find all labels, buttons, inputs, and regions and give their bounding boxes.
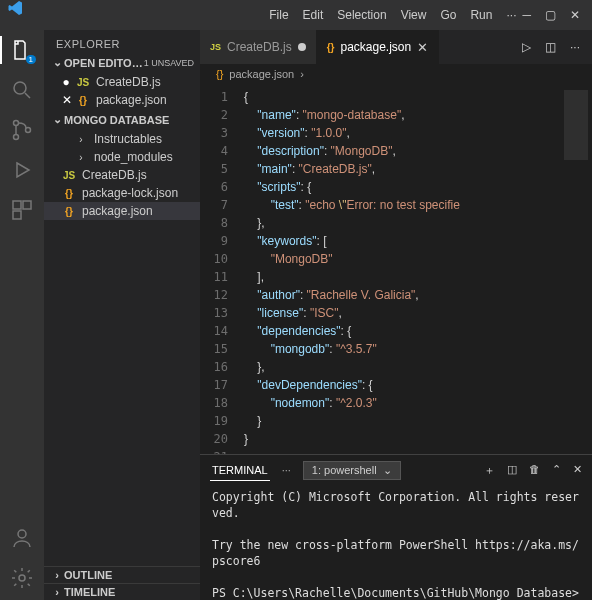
extensions-icon[interactable] xyxy=(10,198,34,222)
close-tab-icon[interactable]: ✕ xyxy=(417,40,428,55)
new-terminal-icon[interactable]: ＋ xyxy=(484,463,495,478)
tab-label: CreateDB.js xyxy=(227,40,292,54)
chevron-right-icon: › xyxy=(50,569,64,581)
split-terminal-icon[interactable]: ◫ xyxy=(507,463,517,478)
chevron-down-icon: ⌄ xyxy=(383,464,392,477)
chevron-right-icon: › xyxy=(50,586,64,598)
svg-rect-5 xyxy=(23,201,31,209)
file-tree-item[interactable]: ›node_modules xyxy=(44,148,200,166)
svg-point-2 xyxy=(14,135,19,140)
explorer-icon[interactable]: 1 xyxy=(10,38,34,62)
tab-label: package.json xyxy=(341,40,412,54)
search-icon[interactable] xyxy=(10,78,34,102)
maximize-panel-icon[interactable]: ⌃ xyxy=(552,463,561,478)
chevron-down-icon: ⌄ xyxy=(50,56,64,69)
json-file-icon: {} xyxy=(327,42,335,53)
run-debug-icon[interactable] xyxy=(10,158,34,182)
tab-actions: ▷ ◫ ··· xyxy=(510,30,592,64)
json-file-icon: {} xyxy=(62,186,76,200)
run-icon[interactable]: ▷ xyxy=(522,40,531,54)
more-icon[interactable]: ··· xyxy=(570,40,580,54)
explorer-sidebar: EXPLORER ⌄ OPEN EDITO… 1 UNSAVED ●JSCrea… xyxy=(44,30,200,600)
editor-tab[interactable]: {}package.json✕ xyxy=(317,30,440,64)
svg-point-8 xyxy=(19,575,25,581)
code-content[interactable]: { "name": "mongo-database", "version": "… xyxy=(236,84,560,454)
svg-point-0 xyxy=(14,82,26,94)
editor-tabs: JSCreateDB.js{}package.json✕ ▷ ◫ ··· xyxy=(200,30,592,64)
split-editor-icon[interactable]: ◫ xyxy=(545,40,556,54)
js-file-icon: JS xyxy=(62,168,76,182)
chevron-right-icon: › xyxy=(74,132,88,146)
menu-···[interactable]: ··· xyxy=(500,4,522,26)
chevron-down-icon: ⌄ xyxy=(50,113,64,126)
terminal-selector[interactable]: 1: powershell⌄ xyxy=(303,461,401,480)
svg-point-3 xyxy=(26,128,31,133)
outline-header[interactable]: ›OUTLINE xyxy=(44,566,200,583)
dirty-dot-icon[interactable]: ● xyxy=(62,75,70,89)
json-file-icon: {} xyxy=(76,93,90,107)
terminal-tab[interactable]: TERMINAL xyxy=(210,460,270,481)
chevron-right-icon: › xyxy=(74,150,88,164)
js-file-icon: JS xyxy=(210,42,221,52)
title-bar: FileEditSelectionViewGoRun··· package.js… xyxy=(0,0,592,30)
dirty-dot-icon xyxy=(298,43,306,51)
breadcrumb-file: package.json xyxy=(229,68,294,80)
file-label: node_modules xyxy=(94,150,173,164)
svg-rect-6 xyxy=(13,211,21,219)
line-gutter: 123456789101112131415161718192021 xyxy=(200,84,236,454)
activity-bar: 1 xyxy=(0,30,44,600)
svg-rect-4 xyxy=(13,201,21,209)
open-editor-item[interactable]: ✕{}package.json xyxy=(44,91,200,109)
close-window-button[interactable]: ✕ xyxy=(570,8,580,22)
file-tree-item[interactable]: {}package-lock.json xyxy=(44,184,200,202)
file-tree-item[interactable]: {}package.json xyxy=(44,202,200,220)
close-panel-icon[interactable]: ✕ xyxy=(573,463,582,478)
svg-point-1 xyxy=(14,121,19,126)
file-tree-item[interactable]: JSCreateDB.js xyxy=(44,166,200,184)
open-editor-item[interactable]: ●JSCreateDB.js xyxy=(44,73,200,91)
file-tree-item[interactable]: ›Instructables xyxy=(44,130,200,148)
file-label: CreateDB.js xyxy=(96,75,161,89)
menu-run[interactable]: Run xyxy=(464,4,498,26)
maximize-button[interactable]: ▢ xyxy=(545,8,556,22)
accounts-icon[interactable] xyxy=(10,526,34,550)
menu-view[interactable]: View xyxy=(395,4,433,26)
menu-selection[interactable]: Selection xyxy=(331,4,392,26)
file-label: package-lock.json xyxy=(82,186,178,200)
close-icon[interactable]: ✕ xyxy=(62,93,70,107)
window-controls: ─ ▢ ✕ xyxy=(522,8,584,22)
minimize-button[interactable]: ─ xyxy=(522,8,531,22)
json-icon: {} xyxy=(216,68,223,80)
svg-point-7 xyxy=(18,530,26,538)
js-file-icon: JS xyxy=(76,75,90,89)
project-header[interactable]: ⌄ MONGO DATABASE xyxy=(44,111,200,128)
chevron-right-icon: › xyxy=(300,68,304,80)
terminal-panel: TERMINAL ··· 1: powershell⌄ ＋ ◫ 🗑 ⌃ ✕ Co… xyxy=(200,454,592,600)
file-label: CreateDB.js xyxy=(82,168,147,182)
breadcrumb[interactable]: {} package.json › xyxy=(200,64,592,84)
editor-area: JSCreateDB.js{}package.json✕ ▷ ◫ ··· {} … xyxy=(200,30,592,600)
menu-file[interactable]: File xyxy=(263,4,294,26)
terminal-more[interactable]: ··· xyxy=(280,460,293,480)
menu-edit[interactable]: Edit xyxy=(297,4,330,26)
json-file-icon: {} xyxy=(62,204,76,218)
settings-gear-icon[interactable] xyxy=(10,566,34,590)
sidebar-title: EXPLORER xyxy=(44,30,200,54)
terminal-output[interactable]: Copyright (C) Microsoft Corporation. All… xyxy=(200,485,592,600)
editor-tab[interactable]: JSCreateDB.js xyxy=(200,30,317,64)
timeline-header[interactable]: ›TIMELINE xyxy=(44,583,200,600)
explorer-badge: 1 xyxy=(26,55,36,64)
code-editor[interactable]: 123456789101112131415161718192021 { "nam… xyxy=(200,84,592,454)
file-label: package.json xyxy=(82,204,153,218)
trash-icon[interactable]: 🗑 xyxy=(529,463,540,478)
source-control-icon[interactable] xyxy=(10,118,34,142)
vscode-logo-icon xyxy=(8,0,257,30)
file-label: Instructables xyxy=(94,132,162,146)
menu-go[interactable]: Go xyxy=(434,4,462,26)
open-editors-header[interactable]: ⌄ OPEN EDITO… 1 UNSAVED xyxy=(44,54,200,71)
menu-bar: FileEditSelectionViewGoRun··· xyxy=(263,4,522,26)
minimap[interactable] xyxy=(560,84,592,454)
file-label: package.json xyxy=(96,93,167,107)
